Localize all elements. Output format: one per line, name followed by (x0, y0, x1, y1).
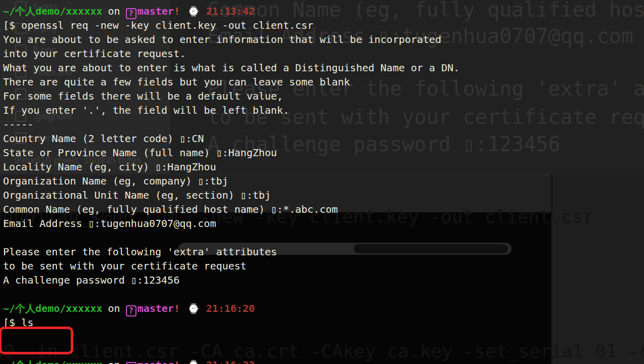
watch-icon: ⌚ (188, 6, 200, 17)
terminal-output-line: You are about to be asked to enter infor… (3, 32, 459, 47)
git-branch-icon: ? (126, 362, 136, 364)
terminal-output-line: Country Name (2 letter code) ▯:CN (3, 131, 459, 146)
red-highlight-annotation (0, 327, 73, 354)
watch-icon: ⌚ (188, 303, 200, 314)
terminal-output-line: For some fields there will be a default … (3, 89, 459, 103)
terminal-output-line: Locality Name (eg, city) ▯:HangZhou (3, 160, 459, 174)
prompt-timestamp: 21:16:20 (206, 302, 255, 314)
git-branch-name: master (137, 5, 174, 17)
terminal-output-line: Please enter the following 'extra' attri… (3, 245, 459, 259)
git-branch-name: master (137, 359, 174, 364)
terminal-output-line: to be sent with your certificate request (3, 259, 459, 273)
terminal-output-line: Organization Name (eg, company) ▯:tbj (3, 174, 459, 188)
blank-line (3, 287, 459, 301)
prompt-line: ~/个人demo/xxxxxxon?master!⌚21:16:20 (3, 301, 459, 315)
terminal-output-line: What you are about to enter is what is c… (3, 61, 459, 75)
prompt-line: ~/个人demo/xxxxxxon?master!⌚21:13:42 (3, 4, 459, 18)
command-openssl-req: [$ openssl req -new -key client.key -out… (3, 18, 459, 32)
prompt-separator: on (108, 302, 120, 314)
terminal-output-line: Common Name (eg, fully qualified host na… (3, 202, 459, 216)
terminal-output-line: If you enter '.', the field will be left… (3, 103, 459, 117)
screen: Common Name (eg, fully qualified host Em… (0, 0, 644, 364)
prompt-timestamp: 21:13:42 (206, 5, 255, 17)
git-dirty-flag: ! (174, 5, 180, 17)
terminal-output-line: A challenge password ▯:123456 (3, 273, 459, 287)
prompt-line: ~/个人demo/xxxxxxon?master!⌚21:16:22 (3, 358, 459, 364)
prompt-timestamp: 21:16:22 (206, 359, 255, 364)
git-branch-icon: ? (126, 8, 136, 19)
openssl-req-output: You are about to be asked to enter infor… (3, 32, 459, 287)
terminal-output-line: There are quite a few fields but you can… (3, 75, 459, 89)
cwd-path: ~/个人demo/xxxxxx (3, 302, 103, 314)
git-branch-name: master (137, 302, 174, 314)
watch-icon: ⌚ (188, 359, 200, 364)
git-dirty-flag: ! (174, 359, 180, 364)
cwd-path: ~/个人demo/xxxxxx (3, 5, 103, 17)
terminal-output-line: State or Province Name (full name) ▯:Han… (3, 146, 459, 160)
terminal-output-line (3, 231, 459, 245)
terminal-output-line: into your certificate request. (3, 47, 459, 61)
git-branch-icon: ? (126, 305, 136, 316)
terminal-output-line: Email Address ▯:tugenhua0707@qq.com (3, 216, 459, 231)
background-window-right-column (551, 174, 644, 364)
cwd-path: ~/个人demo/xxxxxx (3, 359, 103, 364)
git-dirty-flag: ! (174, 302, 180, 314)
terminal-output-line: Organizational Unit Name (eg, section) ▯… (3, 188, 459, 202)
terminal-output-line: ----- (3, 117, 459, 131)
terminal-surface[interactable]: ~/个人demo/xxxxxxon?master!⌚21:13:42 [$ op… (3, 4, 459, 364)
prompt-separator: on (108, 359, 120, 364)
prompt-separator: on (108, 5, 120, 17)
